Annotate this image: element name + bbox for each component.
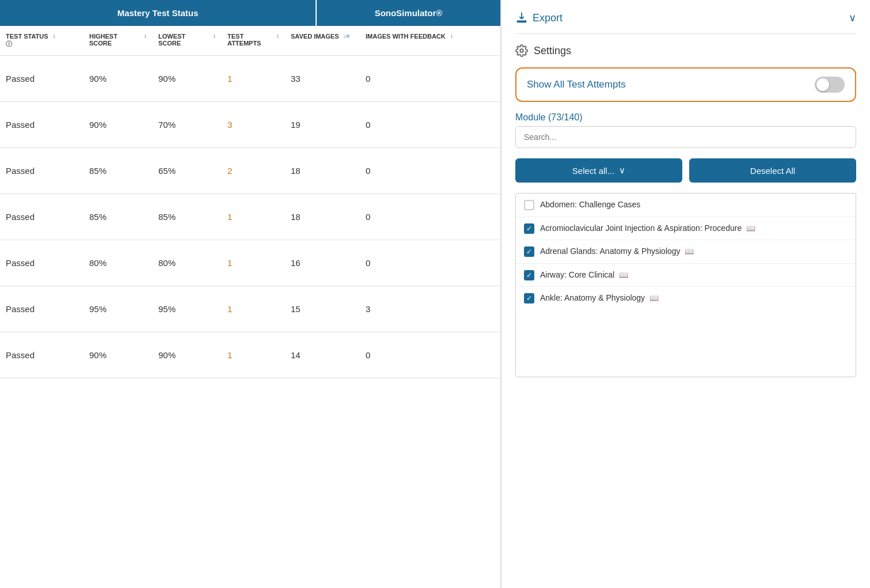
cell-attempts: 1	[222, 203, 285, 231]
book-icon: 📖	[649, 294, 659, 302]
col-test-status-label: TEST STATUS	[6, 33, 48, 40]
module-list[interactable]: Abdomen: Challenge Cases Acromioclavicul…	[515, 193, 856, 377]
table-row: Passed 90% 90% 1 33 0	[0, 56, 500, 102]
cell-saved: 14	[285, 341, 360, 369]
module-search-input[interactable]	[515, 126, 856, 148]
cell-lowest: 90%	[153, 341, 222, 369]
cell-status: Passed	[0, 65, 83, 93]
cell-feedback: 3	[360, 295, 500, 323]
export-chevron-icon[interactable]: ∨	[849, 12, 856, 24]
show-attempts-box: Show All Test Attempts	[515, 67, 856, 102]
cell-highest: 85%	[83, 203, 153, 231]
cell-lowest: 90%	[153, 65, 222, 93]
table-row: Passed 80% 80% 1 16 0	[0, 240, 500, 286]
module-buttons-row: Select all... ∨ Deselect All	[515, 158, 856, 183]
cell-lowest: 85%	[153, 203, 222, 231]
module-checkbox[interactable]	[524, 246, 534, 257]
cell-feedback: 0	[360, 341, 500, 369]
settings-panel: Export ∨ Settings Show All Test Attempts…	[501, 0, 870, 588]
module-list-item[interactable]: Ankle: Anatomy & Physiology 📖	[516, 287, 856, 310]
sort-icon-test-status[interactable]: ↕	[53, 33, 56, 39]
toggle-thumb	[816, 78, 829, 91]
module-checkbox[interactable]	[524, 200, 534, 210]
select-all-button[interactable]: Select all... ∨	[515, 158, 682, 183]
export-button[interactable]: Export	[515, 12, 563, 24]
settings-title-row: Settings	[515, 44, 856, 57]
col-feedback-label: IMAGES WITH FEEDBACK	[366, 33, 446, 40]
cell-attempts: 1	[222, 65, 285, 93]
table-row: Passed 85% 85% 1 18 0	[0, 194, 500, 240]
module-item-label: Acromioclavicular Joint Injection & Aspi…	[540, 223, 848, 234]
cell-attempts: 1	[222, 249, 285, 277]
module-item-label: Airway: Core Clinical 📖	[540, 270, 848, 281]
cell-saved: 19	[285, 111, 360, 139]
svg-point-0	[520, 49, 523, 52]
col-header-images-feedback[interactable]: IMAGES WITH FEEDBACK ↕	[360, 31, 500, 51]
module-list-item[interactable]: Adrenal Glands: Anatomy & Physiology 📖	[516, 240, 856, 264]
cell-lowest: 70%	[153, 111, 222, 139]
deselect-all-button[interactable]: Deselect All	[689, 158, 856, 183]
table-row: Passed 85% 65% 2 18 0	[0, 148, 500, 194]
mastery-label: Mastery Test Status	[117, 8, 199, 18]
cell-highest: 85%	[83, 157, 153, 185]
cell-saved: 15	[285, 295, 360, 323]
module-list-item[interactable]: Abdomen: Challenge Cases	[516, 194, 856, 217]
sort-icon-lowest[interactable]: ↕	[213, 33, 216, 39]
cell-saved: 16	[285, 249, 360, 277]
show-attempts-label: Show All Test Attempts	[527, 79, 626, 90]
show-attempts-toggle[interactable]	[815, 77, 845, 93]
sono-label: SonoSimulator®	[375, 8, 443, 18]
col-saved-label: SAVED IMAGES	[291, 33, 339, 40]
sort-icon-attempts[interactable]: ↕	[276, 33, 279, 39]
cell-status: Passed	[0, 111, 83, 139]
table-header-groups: Mastery Test Status SonoSimulator®	[0, 0, 500, 26]
module-checkbox[interactable]	[524, 223, 534, 234]
sort-icon-feedback[interactable]: ↕	[450, 33, 453, 39]
module-checkbox[interactable]	[524, 293, 534, 304]
export-label: Export	[533, 12, 563, 24]
cell-highest: 80%	[83, 249, 153, 277]
info-icon-test-status[interactable]: ⓘ	[6, 40, 78, 48]
cell-feedback: 0	[360, 203, 500, 231]
col-attempts-label: TEST ATTEMPTS	[227, 33, 272, 47]
module-list-item[interactable]: Acromioclavicular Joint Injection & Aspi…	[516, 217, 856, 241]
export-row: Export ∨	[515, 12, 856, 34]
cell-status: Passed	[0, 157, 83, 185]
book-icon: 📖	[746, 224, 755, 233]
toggle-track	[815, 77, 845, 93]
mastery-header: Mastery Test Status	[0, 0, 317, 26]
module-section: Module (73/140)	[515, 112, 856, 148]
module-list-item[interactable]: Airway: Core Clinical 📖	[516, 264, 856, 287]
cell-status: Passed	[0, 341, 83, 369]
col-header-lowest-score[interactable]: LOWEST SCORE ↕	[153, 31, 222, 51]
table-row: Passed 90% 90% 1 14 0	[0, 332, 500, 378]
cell-lowest: 95%	[153, 295, 222, 323]
col-header-test-attempts[interactable]: TEST ATTEMPTS ↕	[222, 31, 285, 51]
table-row: Passed 90% 70% 3 19 0	[0, 102, 500, 148]
col-header-saved-images[interactable]: SAVED IMAGES ↓≡	[285, 31, 360, 51]
cell-attempts: 2	[222, 157, 285, 185]
col-header-highest-score[interactable]: HIGHEST SCORE ↕	[83, 31, 153, 51]
module-item-label: Adrenal Glands: Anatomy & Physiology 📖	[540, 246, 848, 257]
cell-status: Passed	[0, 249, 83, 277]
settings-title: Settings	[534, 45, 571, 57]
cell-lowest: 65%	[153, 157, 222, 185]
module-item-label: Abdomen: Challenge Cases	[540, 199, 848, 211]
cell-status: Passed	[0, 203, 83, 231]
cell-attempts: 1	[222, 295, 285, 323]
module-label: Module (73/140)	[515, 112, 856, 123]
book-icon: 📖	[619, 271, 628, 279]
cell-feedback: 0	[360, 157, 500, 185]
cell-saved: 18	[285, 203, 360, 231]
sort-icon-saved[interactable]: ↓≡	[344, 33, 350, 39]
col-header-test-status[interactable]: TEST STATUS ↕ ⓘ	[0, 31, 83, 51]
col-lowest-label: LOWEST SCORE	[158, 33, 208, 47]
deselect-all-label: Deselect All	[750, 166, 795, 176]
table-panel: Mastery Test Status SonoSimulator® TEST …	[0, 0, 501, 588]
book-icon: 📖	[685, 247, 694, 256]
sort-icon-highest[interactable]: ↕	[144, 33, 147, 39]
table-row: Passed 95% 95% 1 15 3	[0, 286, 500, 332]
cell-feedback: 0	[360, 65, 500, 93]
cell-feedback: 0	[360, 111, 500, 139]
module-checkbox[interactable]	[524, 270, 534, 280]
